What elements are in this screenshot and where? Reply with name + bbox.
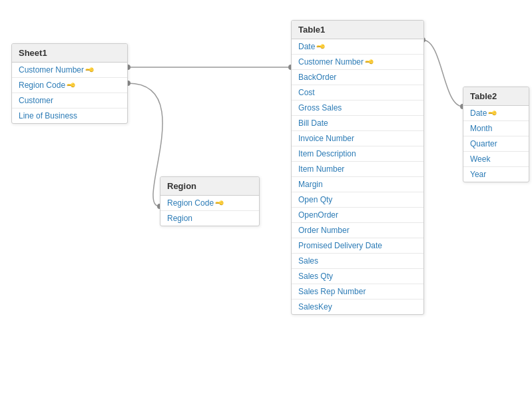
t1-margin-label: Margin — [298, 180, 323, 189]
table1-field-item-number[interactable]: Item Number — [292, 162, 423, 177]
region-box: Region Region Code 🔑 Region — [160, 176, 260, 226]
table2-field-year[interactable]: Year — [463, 167, 529, 182]
t1-key-customer: 🔑 — [365, 57, 375, 67]
table1-box: Table1 Date 🔑 Customer Number 🔑 BackOrde… — [291, 20, 424, 315]
table2-field-date[interactable]: Date 🔑 — [463, 106, 529, 121]
sheet1-title: Sheet1 — [12, 44, 127, 63]
sheet1-table: Sheet1 Customer Number 🔑 Region Code 🔑 C… — [11, 43, 128, 124]
t1-promised-delivery-date-label: Promised Delivery Date — [298, 241, 382, 250]
sheet1-field-customer-number[interactable]: Customer Number 🔑 — [12, 63, 127, 78]
t1-customer-number-label: Customer Number — [298, 57, 364, 67]
sheet1-field-region-code[interactable]: Region Code 🔑 — [12, 78, 127, 93]
t1-open-qty-label: Open Qty — [298, 195, 332, 204]
table2-field-week[interactable]: Week — [463, 152, 529, 167]
lob-label: Line of Business — [19, 111, 77, 120]
t1-openorder-label: OpenOrder — [298, 210, 338, 220]
table1-title: Table1 — [292, 21, 423, 39]
table1-field-backorder[interactable]: BackOrder — [292, 70, 423, 85]
table1-field-open-qty[interactable]: Open Qty — [292, 192, 423, 208]
table1-field-cost[interactable]: Cost — [292, 85, 423, 101]
t1-gross-sales-label: Gross Sales — [298, 103, 342, 112]
t1-key-date: 🔑 — [316, 42, 326, 52]
region-field-region[interactable]: Region — [160, 211, 259, 226]
t1-sales-qty-label: Sales Qty — [298, 272, 333, 281]
t1-item-description-label: Item Description — [298, 149, 356, 158]
sheet1-field-lob[interactable]: Line of Business — [12, 108, 127, 123]
t2-quarter-label: Quarter — [470, 139, 497, 148]
t1-bill-date-label: Bill Date — [298, 118, 328, 128]
t1-sales-rep-number-label: Sales Rep Number — [298, 287, 366, 296]
r-region-label: Region — [167, 214, 192, 223]
table1-field-customer-number[interactable]: Customer Number 🔑 — [292, 55, 423, 70]
t2-key-date: 🔑 — [488, 108, 498, 118]
customer-label: Customer — [19, 96, 53, 105]
key-icon-region: 🔑 — [67, 81, 77, 91]
t1-date-label: Date — [298, 42, 315, 51]
table1-field-date[interactable]: Date 🔑 — [292, 39, 423, 55]
r-region-code-label: Region Code — [167, 198, 214, 208]
table1-field-bill-date[interactable]: Bill Date — [292, 116, 423, 131]
table1-field-sales[interactable]: Sales — [292, 254, 423, 269]
t1-invoice-number-label: Invoice Number — [298, 134, 354, 143]
region-code-label: Region Code — [19, 81, 65, 90]
sheet1-field-customer[interactable]: Customer — [12, 93, 127, 108]
customer-number-label: Customer Number — [19, 65, 84, 75]
table1-field-order-number[interactable]: Order Number — [292, 223, 423, 238]
r-key-region-code: 🔑 — [215, 198, 225, 208]
key-icon-customer: 🔑 — [85, 65, 95, 75]
t1-saleskey-label: SalesKey — [298, 302, 332, 312]
table1-field-saleskey[interactable]: SalesKey — [292, 300, 423, 314]
table1-field-item-description[interactable]: Item Description — [292, 146, 423, 162]
table1-field-promised-delivery-date[interactable]: Promised Delivery Date — [292, 238, 423, 254]
t1-order-number-label: Order Number — [298, 226, 350, 235]
t1-item-number-label: Item Number — [298, 164, 344, 174]
canvas: Sheet1 Customer Number 🔑 Region Code 🔑 C… — [0, 0, 532, 418]
table1-field-margin[interactable]: Margin — [292, 177, 423, 192]
table1-field-openorder[interactable]: OpenOrder — [292, 208, 423, 223]
region-title: Region — [160, 177, 259, 196]
t2-date-label: Date — [470, 108, 487, 118]
t1-sales-label: Sales — [298, 256, 318, 266]
table1-field-sales-qty[interactable]: Sales Qty — [292, 269, 423, 284]
t1-backorder-label: BackOrder — [298, 73, 336, 82]
table2-box: Table2 Date 🔑 Month Quarter Week Year — [463, 87, 529, 182]
table2-title: Table2 — [463, 87, 529, 106]
table1-field-invoice-number[interactable]: Invoice Number — [292, 131, 423, 146]
table1-field-gross-sales[interactable]: Gross Sales — [292, 101, 423, 116]
region-field-region-code[interactable]: Region Code 🔑 — [160, 196, 259, 211]
table2-field-quarter[interactable]: Quarter — [463, 136, 529, 152]
table1-field-sales-rep-number[interactable]: Sales Rep Number — [292, 284, 423, 300]
table2-field-month[interactable]: Month — [463, 121, 529, 136]
t2-month-label: Month — [470, 124, 492, 133]
t1-cost-label: Cost — [298, 88, 315, 97]
t2-week-label: Week — [470, 154, 490, 164]
t2-year-label: Year — [470, 170, 486, 179]
